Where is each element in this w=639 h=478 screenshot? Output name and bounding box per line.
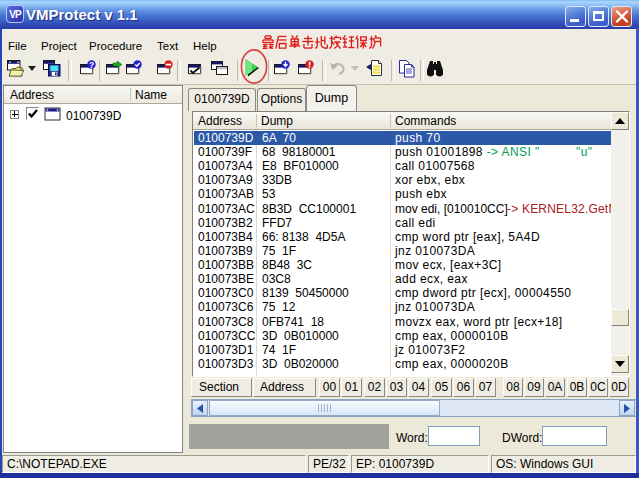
svg-text:?: ? <box>89 60 94 70</box>
